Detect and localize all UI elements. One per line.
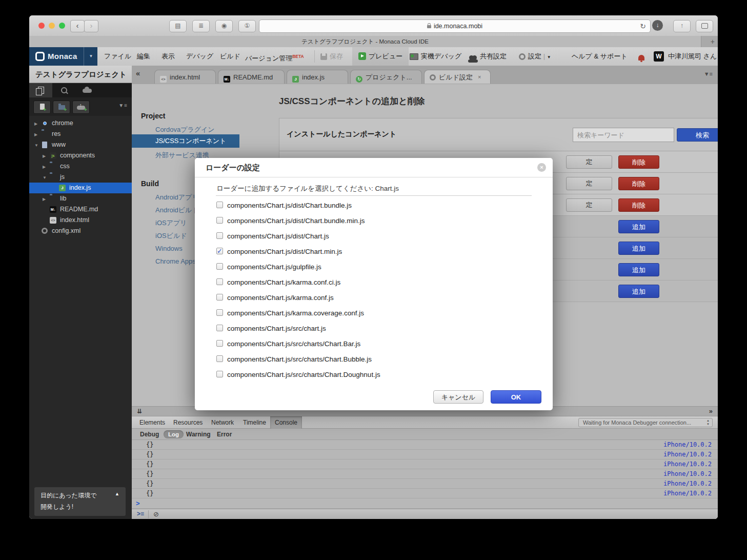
checkbox[interactable] [216, 309, 223, 316]
extension-icon[interactable]: ▤ [169, 20, 187, 32]
monaca-logo[interactable]: Monaca ▼ [29, 47, 97, 66]
delete-button[interactable]: 削除 [618, 177, 659, 190]
tab-resources[interactable]: Resources [169, 416, 207, 429]
nav-item-ios-app[interactable]: iOSアプリ [155, 218, 187, 228]
nav-item-cordova-plugins[interactable]: Cordovaプラグイン [155, 125, 215, 134]
checkbox[interactable] [216, 355, 223, 362]
nav-item-chrome-apps[interactable]: Chrome Apps [155, 257, 196, 265]
filter-log[interactable]: Log [164, 430, 184, 438]
tree-item-index-html[interactable]: <>index.html [29, 215, 132, 226]
console-entry[interactable]: {}iPhone/10.0.2 [132, 450, 718, 459]
new-folder-button[interactable] [53, 101, 70, 114]
console-entry[interactable]: {}iPhone/10.0.2 [132, 479, 718, 489]
delete-button[interactable]: 削除 [618, 198, 659, 212]
checkbox[interactable] [216, 202, 223, 208]
tab-build-settings[interactable]: ビルド設定× [424, 70, 491, 84]
promo-caret-icon[interactable]: ▲ [115, 491, 119, 496]
tab-overflow-icon[interactable]: ▼≡ [704, 71, 713, 77]
promo-banner[interactable]: 目的にあった環境で ▲ 開発しよう! [34, 487, 126, 516]
add-button[interactable]: 追加 [618, 263, 659, 276]
nav-item-ios-build[interactable]: iOSビルド [155, 231, 187, 241]
checkbox[interactable] [216, 278, 223, 285]
tab-index-html[interactable]: <>index.html [154, 70, 216, 84]
browser-back-button[interactable]: ‹ [70, 20, 85, 32]
filter-error[interactable]: Error [217, 429, 232, 440]
tree-item-components[interactable]: ▶jscomponents [29, 150, 132, 161]
settings-button[interactable]: 設定 | ▼ [519, 47, 551, 66]
add-button[interactable]: 追加 [618, 242, 659, 255]
preview-button[interactable]: プレビュー [352, 47, 409, 66]
ok-button[interactable]: OK [491, 390, 541, 404]
extension-icon[interactable]: ≣ [192, 20, 210, 32]
tab-readme-md[interactable]: M↓README.md [218, 70, 285, 84]
user-name[interactable]: 中津川篤司 さん [668, 47, 717, 66]
share-settings-button[interactable]: 共有設定 [469, 47, 507, 66]
checkbox[interactable] [216, 232, 223, 239]
device-debug-button[interactable]: 実機デバッグ [410, 47, 461, 66]
close-tab-icon[interactable]: × [478, 74, 481, 80]
close-icon[interactable]: × [537, 163, 546, 172]
loader-config-button[interactable]: 定 [566, 198, 612, 212]
tree-item-index-js[interactable]: Jindex.js [29, 183, 132, 193]
console-entry[interactable]: {}iPhone/10.0.2 [132, 440, 718, 450]
menu-edit[interactable]: 編集 [137, 47, 150, 66]
checkbox[interactable] [216, 263, 223, 270]
monaca-logo-caret-icon[interactable]: ▼ [84, 47, 98, 66]
nav-item-js-css-components[interactable]: JS/CSSコンポーネント [132, 134, 239, 148]
window-zoom-button[interactable] [59, 23, 65, 29]
tree-item-css[interactable]: ▶css [29, 161, 132, 172]
delete-button[interactable]: 削除 [618, 155, 659, 169]
console-entry[interactable]: {}iPhone/10.0.2 [132, 459, 718, 469]
tab-network[interactable]: Network [207, 416, 238, 429]
tree-item-config-xml[interactable]: config.xml [29, 226, 132, 236]
tree-item-lib[interactable]: ▶lib [29, 193, 132, 204]
nav-item-android-app[interactable]: Androidアプリ [155, 193, 199, 202]
tree-item-js[interactable]: ▼js [29, 172, 132, 183]
tab-file-tree[interactable] [29, 83, 52, 97]
tree-item-chrome[interactable]: ▶chrome [29, 118, 132, 129]
add-button[interactable]: 追加 [618, 285, 659, 298]
filter-debug[interactable]: Debug [140, 429, 159, 440]
tree-item-www[interactable]: ▼www [29, 139, 132, 150]
console-entry[interactable]: {}iPhone/10.0.2 [132, 489, 718, 498]
tab-timeline[interactable]: Timeline [238, 416, 271, 429]
window-minimize-button[interactable] [49, 23, 55, 29]
console-mode-icon[interactable]: >≡ [137, 509, 144, 519]
tree-item-readme[interactable]: M↓README.md [29, 204, 132, 215]
notification-bell-icon[interactable] [638, 53, 644, 63]
extension-icon[interactable]: ◉ [215, 20, 233, 32]
menu-file[interactable]: ファイル [104, 47, 131, 66]
address-bar[interactable]: ide.monaca.mobi ↻ [259, 19, 651, 33]
tree-item-res[interactable]: ▶res [29, 129, 132, 139]
tab-cloud[interactable] [75, 83, 98, 97]
tree-options-icon[interactable]: ▼≡ [118, 103, 128, 108]
console-prompt-row[interactable]: > [132, 498, 718, 509]
upload-button[interactable] [72, 101, 90, 114]
loader-config-button[interactable]: 定 [566, 177, 612, 190]
avatar[interactable]: W [654, 51, 664, 62]
add-button[interactable]: 追加 [618, 220, 659, 233]
tab-search[interactable] [52, 83, 75, 97]
reload-icon[interactable]: ↻ [640, 20, 646, 32]
tab-index-js[interactable]: Jindex.js [287, 70, 348, 84]
menu-version-control[interactable]: バージョン管理BETA [245, 47, 304, 66]
nav-item-android-build[interactable]: Androidビルド [155, 206, 199, 215]
checkbox[interactable] [216, 217, 223, 224]
save-button[interactable]: 保存 [320, 47, 343, 66]
menu-view[interactable]: 表示 [161, 47, 175, 66]
new-tab-button[interactable]: + [711, 36, 715, 47]
nav-item-windows[interactable]: Windows [155, 245, 183, 252]
share-icon[interactable]: ↑ [673, 20, 691, 32]
tab-scroll-left-icon[interactable]: « [136, 69, 140, 77]
extension-icon[interactable]: ① [238, 20, 256, 32]
expand-right-icon[interactable]: » [709, 407, 713, 416]
window-close-button[interactable] [38, 23, 45, 29]
tab-project[interactable]: ↻プロジェクト... [350, 70, 422, 84]
browser-forward-button[interactable]: › [84, 20, 98, 32]
checkbox[interactable] [216, 371, 223, 377]
debugger-connection-select[interactable]: Waiting for Monaca Debugger connection..… [578, 418, 713, 427]
menu-debug[interactable]: デバッグ [186, 47, 213, 66]
menu-build[interactable]: ビルド [220, 47, 240, 66]
browser-tab[interactable]: テストグラフプロジェクト - Monaca Cloud IDE [29, 36, 701, 47]
help-support-link[interactable]: ヘルプ & サポート [572, 47, 628, 66]
